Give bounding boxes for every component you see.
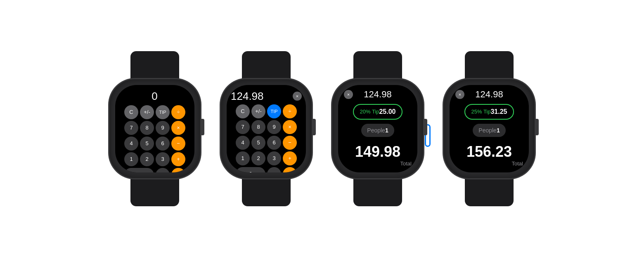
crown-1	[200, 119, 204, 135]
band-top-4	[465, 51, 514, 80]
band-bottom-4	[465, 177, 514, 206]
w2-btn-dot[interactable]: .	[267, 167, 281, 172]
header-amount-4: 124.98	[464, 89, 514, 100]
btn-plusminus[interactable]: +/-	[140, 105, 154, 119]
w2-btn-c[interactable]: C	[236, 104, 250, 118]
people-count-3: 1	[385, 127, 388, 134]
btn-6[interactable]: 6	[156, 137, 170, 151]
band-top-1	[130, 51, 179, 80]
btn-3[interactable]: 3	[156, 152, 170, 166]
tip-pill-3[interactable]: 20% Tip 25.00	[353, 104, 402, 120]
calc-row-0: C +/- TIP ÷	[118, 105, 191, 119]
w2-btn-8[interactable]: 8	[251, 120, 265, 134]
calc-row-2: 4 5 6 −	[118, 137, 191, 151]
w2-calc-row-0: C +/- TIP ÷	[230, 104, 303, 118]
w2-btn-6[interactable]: 6	[267, 136, 281, 150]
btn-5[interactable]: 5	[140, 137, 154, 151]
btn-1[interactable]: 1	[124, 152, 138, 166]
header-3: × 124.98	[338, 85, 417, 102]
band-bottom-3	[353, 177, 402, 206]
screen-2: 124.98 × C +/- TIP ÷ 7 8 9	[227, 85, 306, 172]
total-label-4: Total	[455, 160, 523, 167]
watch-3: × 124.98 20% Tip 25.00 People 1 149.98	[332, 51, 423, 206]
people-label-3: People	[367, 127, 385, 134]
btn-2[interactable]: 2	[140, 152, 154, 166]
band-bottom-1	[130, 177, 179, 206]
btn-divide[interactable]: ÷	[171, 105, 185, 119]
crown-3	[423, 119, 427, 135]
w2-calc-row-3: 1 2 3 +	[230, 151, 303, 165]
w2-btn-plusminus[interactable]: +/-	[251, 104, 265, 118]
btn-plus[interactable]: +	[171, 152, 185, 166]
btn-equals[interactable]: =	[171, 168, 185, 172]
tip-label-4: 25% Tip	[471, 108, 490, 115]
calc-row-4: 0 . =	[118, 168, 191, 172]
tip-pill-4[interactable]: 25% Tip 31.25	[464, 104, 514, 120]
btn-8[interactable]: 8	[140, 121, 154, 135]
tip-value-4: 31.25	[490, 108, 507, 116]
watch-case-1: 0 C +/- TIP ÷ 7 8 9 ×	[109, 79, 200, 178]
calc-row-1: 7 8 9 ×	[118, 121, 191, 135]
btn-minus[interactable]: −	[171, 137, 185, 151]
w2-btn-5[interactable]: 5	[251, 136, 265, 150]
w2-calc-row-4: 0 . =	[230, 167, 303, 172]
w2-btn-plus[interactable]: +	[283, 151, 297, 165]
display-1: 0	[115, 85, 194, 105]
people-row-3[interactable]: People 1	[361, 124, 394, 137]
display-2: 124.98	[231, 90, 264, 103]
watches-container: 0 C +/- TIP ÷ 7 8 9 ×	[93, 43, 551, 215]
total-label-3: Total	[344, 160, 412, 167]
btn-dot[interactable]: .	[156, 168, 170, 172]
calc-buttons-1: C +/- TIP ÷ 7 8 9 × 4 5	[115, 105, 194, 172]
btn-tip[interactable]: TIP	[156, 105, 170, 119]
people-row-4[interactable]: People 1	[473, 124, 505, 137]
crown-2	[312, 119, 316, 135]
watch-case-3: × 124.98 20% Tip 25.00 People 1 149.98	[332, 79, 423, 178]
total-section-4: 156.23 Total	[450, 140, 529, 172]
total-amount-4: 156.23	[455, 143, 523, 160]
btn-4[interactable]: 4	[124, 137, 138, 151]
header-4: × 124.98	[450, 85, 529, 102]
people-count-4: 1	[497, 127, 500, 134]
w2-btn-1[interactable]: 1	[236, 151, 250, 165]
screen-4: × 124.98 25% Tip 31.25 People 1 156.23	[450, 85, 529, 172]
close-btn-4[interactable]: ×	[455, 90, 464, 99]
btn-0[interactable]: 0	[124, 168, 154, 172]
w2-btn-divide[interactable]: ÷	[283, 104, 297, 118]
btn-multiply[interactable]: ×	[171, 121, 185, 135]
w2-btn-3[interactable]: 3	[267, 151, 281, 165]
watch-1: 0 C +/- TIP ÷ 7 8 9 ×	[109, 51, 200, 206]
w2-calc-row-2: 4 5 6 −	[230, 136, 303, 150]
watch-2: 124.98 × C +/- TIP ÷ 7 8 9	[221, 51, 312, 206]
close-btn-3[interactable]: ×	[344, 90, 353, 99]
total-amount-3: 149.98	[344, 143, 412, 160]
total-section-3: 149.98 Total	[338, 140, 417, 172]
screen-1: 0 C +/- TIP ÷ 7 8 9 ×	[115, 85, 194, 172]
clear-btn-2[interactable]: ×	[293, 92, 302, 101]
tip-label-3: 20% Tip	[360, 108, 379, 115]
w2-btn-minus[interactable]: −	[283, 136, 297, 150]
btn-c[interactable]: C	[124, 105, 138, 119]
w2-btn-multiply[interactable]: ×	[283, 120, 297, 134]
calc-row-3: 1 2 3 +	[118, 152, 191, 166]
w2-btn-7[interactable]: 7	[236, 120, 250, 134]
btn-7[interactable]: 7	[124, 121, 138, 135]
w2-btn-equals[interactable]: =	[283, 167, 297, 172]
header-amount-3: 124.98	[353, 89, 402, 100]
band-top-3	[353, 51, 402, 80]
w2-calc-row-1: 7 8 9 ×	[230, 120, 303, 134]
people-label-4: People	[478, 127, 497, 134]
screen-3: × 124.98 20% Tip 25.00 People 1 149.98	[338, 85, 417, 172]
w2-btn-9[interactable]: 9	[267, 120, 281, 134]
band-top-2	[242, 51, 291, 80]
watch-case-2: 124.98 × C +/- TIP ÷ 7 8 9	[221, 79, 312, 178]
w2-btn-2[interactable]: 2	[251, 151, 265, 165]
w2-btn-tip[interactable]: TIP	[267, 104, 281, 118]
crown-4	[535, 119, 539, 135]
w2-btn-0[interactable]: 0	[236, 167, 265, 172]
w2-btn-4[interactable]: 4	[236, 136, 250, 150]
band-bottom-2	[242, 177, 291, 206]
calc-buttons-2: C +/- TIP ÷ 7 8 9 × 4 5	[227, 104, 306, 172]
btn-9[interactable]: 9	[156, 121, 170, 135]
watch-case-4: × 124.98 25% Tip 31.25 People 1 156.23	[444, 79, 535, 178]
